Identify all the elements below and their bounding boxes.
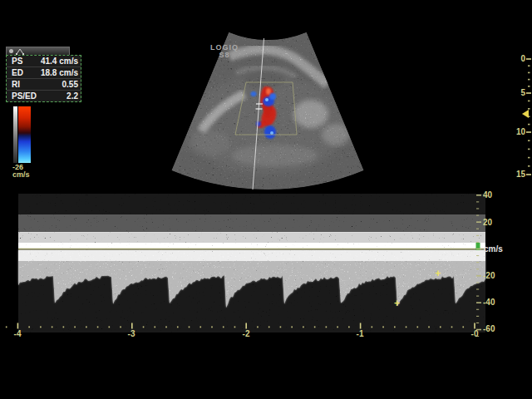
result-row-ri: RI 0.55	[7, 79, 81, 91]
depth-label-10: 10	[507, 127, 525, 136]
result-value: 41.4 cm/s	[41, 57, 78, 66]
velocity-label-neg60: -60	[483, 324, 513, 333]
result-label: ED	[12, 68, 23, 77]
result-value: 2.2	[66, 91, 78, 101]
result-label: PS	[12, 57, 22, 66]
results-panel: PS 41.4 cm/s ED 18.8 cm/s RI 0.55 PS/ED …	[6, 47, 81, 102]
velocity-label-neg20: -20	[483, 271, 513, 280]
trackball-icon	[9, 49, 13, 53]
spectral-display	[18, 194, 485, 332]
time-label-3: -3	[120, 329, 143, 338]
ultrasound-screen: PS 41.4 cm/s ED 18.8 cm/s RI 0.55 PS/ED …	[0, 0, 532, 399]
baseline-unit-label: cm/s	[484, 244, 503, 254]
time-label-2: -2	[234, 329, 258, 338]
grayscale-bar	[13, 106, 17, 163]
result-row-psed: PS/ED 2.2	[7, 91, 81, 101]
color-flow-bar	[18, 106, 31, 163]
time-label-0: -0	[463, 329, 486, 338]
time-label-1: -1	[348, 329, 372, 338]
result-row-ps: PS 41.4 cm/s	[7, 56, 81, 67]
velocity-label-40: 40	[483, 190, 513, 200]
result-value: 0.55	[62, 80, 78, 89]
caliper-icon	[16, 48, 24, 55]
result-label: PS/ED	[12, 91, 37, 101]
depth-label-0: 0	[507, 54, 525, 63]
caliper-marker-0[interactable]: +	[393, 298, 401, 308]
caliper-marker-1[interactable]: +	[434, 268, 442, 278]
depth-label-15: 15	[507, 170, 525, 179]
result-label: RI	[12, 80, 20, 89]
result-row-ed: ED 18.8 cm/s	[7, 67, 81, 79]
color-scale-label: -26 cm/s	[12, 164, 30, 179]
result-value: 18.8 cm/s	[41, 68, 78, 77]
velocity-label-neg40: -40	[483, 298, 513, 307]
depth-label-5: 5	[507, 88, 525, 97]
color-velocity-scale	[13, 106, 31, 163]
machine-logo: LOGIQ S8	[198, 44, 251, 59]
velocity-label-20: 20	[483, 218, 513, 227]
focus-position-marker[interactable]	[522, 110, 529, 118]
results-panel-header[interactable]	[6, 47, 70, 55]
time-label-4: -4	[6, 329, 29, 338]
